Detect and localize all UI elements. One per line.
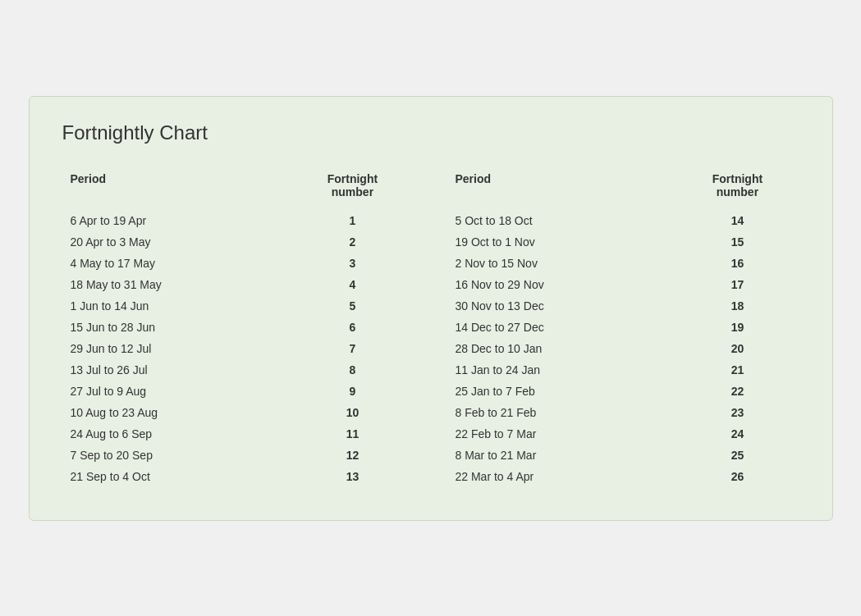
left-period-cell: 24 Aug to 6 Sep [62, 423, 291, 445]
right-period-cell: 28 Dec to 10 Jan [447, 338, 676, 359]
left-table: Period Fortnightnumber 6 Apr to 19 Apr12… [62, 167, 414, 487]
right-table-row: 2 Nov to 15 Nov16 [447, 253, 799, 274]
left-table-row: 10 Aug to 23 Aug10 [62, 402, 414, 423]
left-period-cell: 4 May to 17 May [62, 253, 291, 274]
right-table-row: 25 Jan to 7 Feb22 [447, 381, 799, 402]
right-period-cell: 2 Nov to 15 Nov [447, 253, 676, 274]
right-number-cell: 15 [676, 231, 799, 253]
left-table-row: 29 Jun to 12 Jul7 [62, 338, 414, 359]
right-number-cell: 20 [676, 338, 799, 359]
right-number-header: Fortnightnumber [676, 167, 799, 210]
left-number-cell: 3 [291, 253, 414, 274]
right-number-cell: 17 [676, 274, 799, 295]
right-period-cell: 8 Mar to 21 Mar [447, 445, 676, 466]
left-number-cell: 6 [291, 317, 414, 338]
right-table-row: 22 Feb to 7 Mar24 [447, 423, 799, 445]
right-table-row: 30 Nov to 13 Dec18 [447, 295, 799, 317]
left-table-row: 27 Jul to 9 Aug9 [62, 381, 414, 402]
left-number-cell: 2 [291, 231, 414, 253]
right-table-row: 28 Dec to 10 Jan20 [447, 338, 799, 359]
right-number-cell: 26 [676, 466, 799, 487]
left-period-cell: 18 May to 31 May [62, 274, 291, 295]
left-period-cell: 21 Sep to 4 Oct [62, 466, 291, 487]
left-period-cell: 13 Jul to 26 Jul [62, 359, 291, 381]
left-table-row: 20 Apr to 3 May2 [62, 231, 414, 253]
table-container: Period Fortnightnumber 6 Apr to 19 Apr12… [62, 167, 799, 487]
right-number-cell: 19 [676, 317, 799, 338]
right-number-cell: 18 [676, 295, 799, 317]
left-table-row: 21 Sep to 4 Oct13 [62, 466, 414, 487]
page-title: Fortnightly Chart [62, 121, 799, 144]
left-table-row: 1 Jun to 14 Jun5 [62, 295, 414, 317]
right-table: Period Fortnightnumber 5 Oct to 18 Oct14… [447, 167, 799, 487]
right-period-header: Period [447, 167, 676, 210]
left-period-cell: 7 Sep to 20 Sep [62, 445, 291, 466]
left-table-row: 24 Aug to 6 Sep11 [62, 423, 414, 445]
right-table-wrapper: Period Fortnightnumber 5 Oct to 18 Oct14… [447, 167, 799, 487]
left-table-row: 13 Jul to 26 Jul8 [62, 359, 414, 381]
right-number-cell: 25 [676, 445, 799, 466]
left-table-wrapper: Period Fortnightnumber 6 Apr to 19 Apr12… [62, 167, 414, 487]
left-table-row: 15 Jun to 28 Jun6 [62, 317, 414, 338]
left-number-cell: 4 [291, 274, 414, 295]
left-number-cell: 12 [291, 445, 414, 466]
left-number-cell: 8 [291, 359, 414, 381]
right-number-cell: 14 [676, 210, 799, 231]
left-period-cell: 29 Jun to 12 Jul [62, 338, 291, 359]
right-period-cell: 22 Mar to 4 Apr [447, 466, 676, 487]
right-table-row: 8 Feb to 21 Feb23 [447, 402, 799, 423]
right-number-cell: 22 [676, 381, 799, 402]
right-number-cell: 23 [676, 402, 799, 423]
right-table-row: 11 Jan to 24 Jan21 [447, 359, 799, 381]
right-period-cell: 11 Jan to 24 Jan [447, 359, 676, 381]
left-number-cell: 9 [291, 381, 414, 402]
left-period-cell: 20 Apr to 3 May [62, 231, 291, 253]
left-number-cell: 13 [291, 466, 414, 487]
right-number-cell: 24 [676, 423, 799, 445]
left-period-cell: 10 Aug to 23 Aug [62, 402, 291, 423]
right-period-cell: 14 Dec to 27 Dec [447, 317, 676, 338]
right-table-row: 19 Oct to 1 Nov15 [447, 231, 799, 253]
left-table-row: 6 Apr to 19 Apr1 [62, 210, 414, 231]
right-table-row: 14 Dec to 27 Dec19 [447, 317, 799, 338]
left-table-row: 18 May to 31 May4 [62, 274, 414, 295]
right-period-cell: 5 Oct to 18 Oct [447, 210, 676, 231]
left-period-cell: 6 Apr to 19 Apr [62, 210, 291, 231]
left-table-row: 4 May to 17 May3 [62, 253, 414, 274]
left-period-header: Period [62, 167, 291, 210]
left-period-cell: 1 Jun to 14 Jun [62, 295, 291, 317]
right-period-cell: 25 Jan to 7 Feb [447, 381, 676, 402]
left-period-cell: 27 Jul to 9 Aug [62, 381, 291, 402]
right-period-cell: 8 Feb to 21 Feb [447, 402, 676, 423]
right-period-cell: 22 Feb to 7 Mar [447, 423, 676, 445]
right-number-cell: 16 [676, 253, 799, 274]
right-number-cell: 21 [676, 359, 799, 381]
right-table-row: 22 Mar to 4 Apr26 [447, 466, 799, 487]
right-table-row: 8 Mar to 21 Mar25 [447, 445, 799, 466]
left-number-cell: 10 [291, 402, 414, 423]
left-number-cell: 1 [291, 210, 414, 231]
right-table-row: 16 Nov to 29 Nov17 [447, 274, 799, 295]
main-card: Fortnightly Chart Period Fortnightnumber… [29, 96, 833, 521]
left-number-cell: 11 [291, 423, 414, 445]
left-number-cell: 7 [291, 338, 414, 359]
left-period-cell: 15 Jun to 28 Jun [62, 317, 291, 338]
right-period-cell: 16 Nov to 29 Nov [447, 274, 676, 295]
left-number-header: Fortnightnumber [291, 167, 414, 210]
left-number-cell: 5 [291, 295, 414, 317]
right-table-row: 5 Oct to 18 Oct14 [447, 210, 799, 231]
right-period-cell: 30 Nov to 13 Dec [447, 295, 676, 317]
right-period-cell: 19 Oct to 1 Nov [447, 231, 676, 253]
left-table-row: 7 Sep to 20 Sep12 [62, 445, 414, 466]
